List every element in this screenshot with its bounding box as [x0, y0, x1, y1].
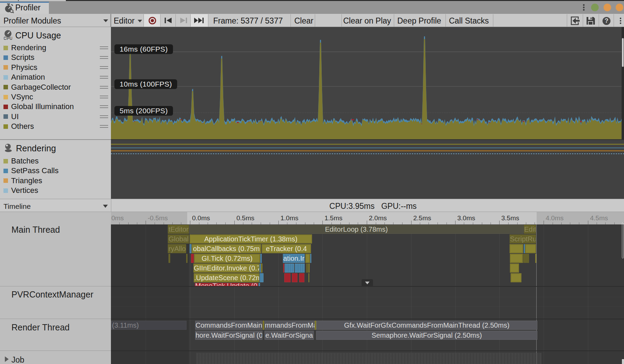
svg-text:CPU: CPU: [4, 36, 12, 40]
